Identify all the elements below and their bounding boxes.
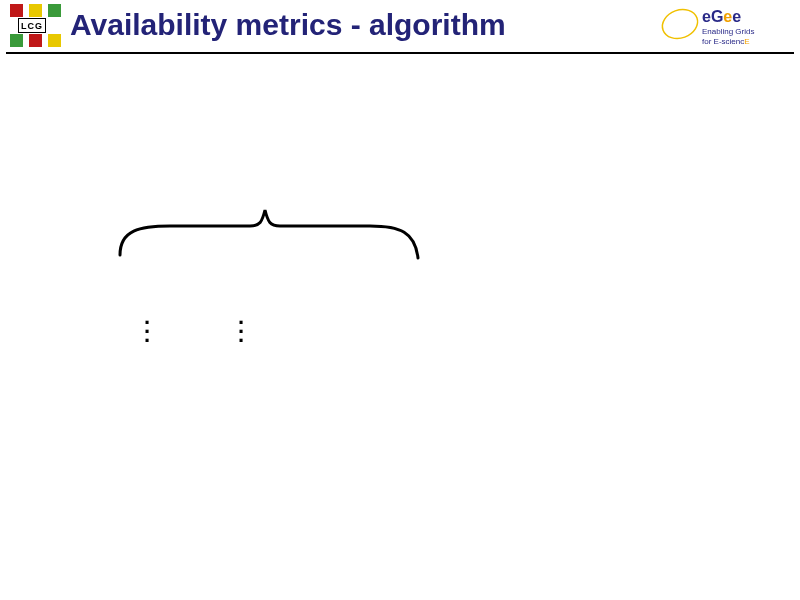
slide-title: Availability metrics - algorithm [70,8,658,42]
lcg-logo-text: LCG [18,18,46,33]
vertical-ellipsis-icon: ... [238,312,244,339]
header-divider [6,52,794,54]
svg-point-0 [658,5,701,44]
egee-tagline1: Enabling Grids [702,27,754,36]
egee-brand-text: eGee [702,8,741,25]
egee-logo: eGee Enabling Grids for E-sciencE [658,4,788,48]
vertical-ellipsis-icon: ... [144,312,150,339]
slide-header: LCG Availability metrics - algorithm eGe… [0,0,800,54]
horizontal-brace-icon [110,200,440,290]
egee-tagline2: for E-sciencE [702,37,750,46]
lcg-logo: LCG [6,4,56,48]
diagram-area: ... ... [110,200,470,460]
